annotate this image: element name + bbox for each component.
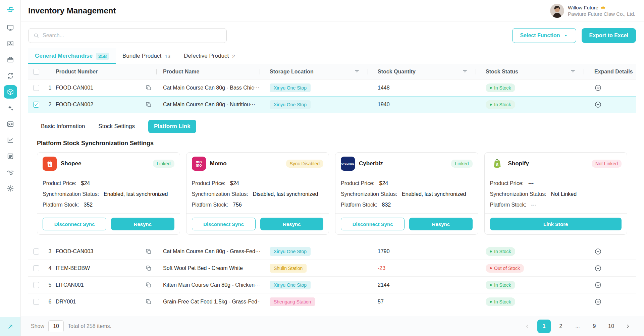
table-row[interactable]: 1 FOOD-CAN001 Cat Main Course Can 80g - … [28,79,636,96]
resync-button[interactable]: Resync [111,218,174,230]
detail-tab-platform-link[interactable]: Platform Link [148,120,196,133]
column-stock-quantity: Stock Quantity [368,64,476,79]
sync-label: Synchronization Status: [341,190,397,198]
copy-icon[interactable] [146,102,152,108]
platform-card-momo: momo Momo Sync Disabled Product Price:$2… [186,152,329,235]
table-row[interactable]: 3 FOOD-CAN003 Cat Main Course Can 80g - … [28,243,636,260]
expand-row-button[interactable] [594,84,602,92]
tab-general-merchandise[interactable]: General Merchandise258 [28,48,116,64]
disconnect-sync-button[interactable]: Disconnect Sync [43,218,106,230]
sync-label: Synchronization Status: [192,190,248,198]
filter-icon[interactable] [570,69,576,74]
sidebar-item-analytics[interactable] [4,133,17,147]
location-tag: Xinyu One Stop [270,83,311,92]
tab-bundle-product[interactable]: Bundle Product13 [116,48,177,64]
stock-label: Platform Stock: [192,201,228,209]
page-size-select[interactable]: 10 [48,320,64,332]
page-button-9[interactable]: 9 [588,320,601,333]
location-tag: Shulin Station [270,264,307,273]
disconnect-sync-button[interactable]: Disconnect Sync [192,218,256,230]
detail-tab-stock-settings[interactable]: Stock Settings [98,123,135,130]
sync-label: Synchronization Status: [43,190,99,198]
sidebar-item-transfer[interactable] [4,69,17,82]
copy-icon[interactable] [146,265,152,271]
cyberbiz-logo-icon: CYBERBIZ [341,157,355,171]
avatar[interactable] [550,4,564,18]
resync-button[interactable]: Resync [409,218,472,230]
filter-icon[interactable] [354,69,360,74]
tab-defective-product[interactable]: Defective Product2 [177,48,242,64]
disconnect-sync-button[interactable]: Disconnect Sync [341,218,405,230]
sidebar-collapse-button[interactable] [0,317,20,336]
crown-icon [600,5,606,10]
sync-value: Enabled, last synchronized [104,190,168,198]
filter-icon[interactable] [462,69,468,74]
row-checkbox[interactable] [33,102,39,108]
row-checkbox[interactable] [33,282,39,288]
search-box[interactable] [28,28,227,43]
sidebar-item-smart-assistant[interactable] [4,101,17,115]
next-page-button[interactable] [621,320,635,333]
copy-icon[interactable] [146,85,152,91]
page-button-2[interactable]: 2 [554,320,568,333]
show-label: Show [31,323,44,329]
select-all-checkbox[interactable] [33,69,39,75]
copy-icon[interactable] [146,248,152,255]
tab-count-badge: 2 [232,53,235,59]
svg-text:S: S [49,163,51,166]
row-checkbox[interactable] [33,248,39,255]
expand-row-button[interactable] [594,281,602,289]
detail-tab-basic-information[interactable]: Basic Information [41,123,85,130]
expand-row-button[interactable] [594,298,602,305]
resync-button[interactable]: Resync [260,218,323,230]
sidebar-item-settings[interactable] [4,182,17,195]
collapse-row-button[interactable] [594,101,602,108]
status-badge: In Stock [486,281,515,289]
export-to-excel-button[interactable]: Export to Excel [582,28,636,43]
table-row[interactable]: 5 LITCAN001 Kitten Main Course Can 80g -… [28,277,636,293]
platform-name: Momo [210,160,282,167]
user-name: Willow Future [568,5,598,10]
price-label: Product Price: [490,180,524,187]
sidebar-item-inventory[interactable] [4,85,17,99]
copy-icon[interactable] [146,299,152,305]
toolbar: Select Function Export to Excel [28,28,636,43]
table-row[interactable]: 4 ITEM-BEDBW Soft Wool Pet Bed - Cream W… [28,260,636,277]
column-product-name: Product Name [156,64,260,79]
sidebar-item-dashboard[interactable] [4,21,17,34]
check-icon [34,102,39,107]
prev-page-button[interactable] [521,320,534,333]
platform-card-shopify: S Shopify Not Linked Product Price:--- S… [484,152,628,235]
sidebar-item-inbound[interactable] [4,37,17,50]
page-button-10[interactable]: 10 [604,320,618,333]
row-checkbox[interactable] [33,85,39,91]
page-header: Inventory Management Willow Future [21,0,644,21]
row-checkbox[interactable] [33,299,39,305]
search-input[interactable] [43,33,222,39]
stock-quantity: -23 [368,260,476,276]
user-menu[interactable]: Willow Future Pawture Future Claw Co., L… [550,4,635,18]
sidebar-item-outbound[interactable] [4,53,17,66]
page-ellipsis[interactable]: ... [571,320,584,333]
dashboard-icon [7,24,14,31]
price-value: $24 [379,180,388,187]
sidebar-item-partners[interactable] [4,166,17,179]
expand-row-button[interactable] [594,248,602,255]
sidebar-item-contacts[interactable] [4,117,17,131]
user-info: Willow Future Pawture Future Claw Co., L… [568,5,635,17]
stock-quantity: 2144 [368,277,476,293]
tab-count-badge: 13 [165,53,170,59]
product-number: ITEM-BEDBW [56,265,90,271]
link-store-button[interactable]: Link Store [490,218,622,230]
category-tabs: General Merchandise258 Bundle Product13 … [28,48,636,64]
select-function-button[interactable]: Select Function [512,28,576,43]
page-button-1[interactable]: 1 [537,320,551,333]
table-row[interactable]: 6 DRY001 Grain-Free Cat Food 1.5kg - Gra… [28,293,636,310]
status-badge: In Stock [486,297,515,306]
app-logo-icon[interactable] [6,5,15,14]
table-row[interactable]: 2 FOOD-CAN002 Cat Main Course Can 80g - … [28,96,636,113]
row-checkbox[interactable] [33,265,39,271]
copy-icon[interactable] [146,282,152,288]
sidebar-item-orders[interactable] [4,150,17,163]
expand-row-button[interactable] [594,265,602,272]
